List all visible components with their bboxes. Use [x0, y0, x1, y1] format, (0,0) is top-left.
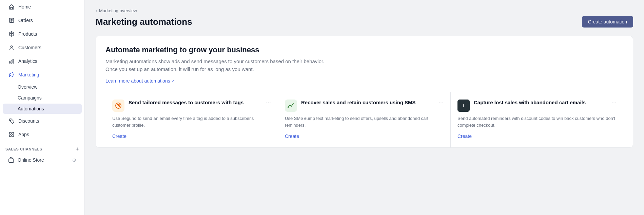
sidebar-item-analytics-label: Analytics: [18, 58, 37, 64]
svg-rect-5: [9, 75, 10, 77]
automation-icon-title-0: Send tailored messages to customers with…: [112, 99, 266, 112]
automation-create-0[interactable]: Create: [112, 133, 126, 139]
create-automation-button[interactable]: Create automation: [582, 16, 633, 28]
smsbump-icon: [285, 100, 297, 112]
svg-rect-11: [9, 159, 14, 162]
automation-card-top-2: i Capture lost sales with abandoned cart…: [457, 99, 617, 112]
breadcrumb-parent-link[interactable]: Marketing overview: [99, 8, 137, 13]
online-store-settings-icon[interactable]: ⊙: [72, 157, 76, 163]
sidebar-sub-overview[interactable]: Overview: [3, 82, 82, 92]
svg-point-13: [118, 105, 119, 106]
sidebar-item-customers-label: Customers: [18, 45, 41, 50]
automation-menu-1[interactable]: ···: [438, 100, 444, 106]
sidebar-item-online-store[interactable]: Online Store ⊙: [3, 154, 82, 166]
automation-icon-title-2: i Capture lost sales with abandoned cart…: [457, 99, 611, 112]
sidebar-item-discounts-label: Discounts: [18, 118, 39, 124]
sidebar-item-marketing[interactable]: Marketing: [3, 68, 82, 81]
automation-desc-2: Send automated reminders with discount c…: [457, 115, 617, 128]
svg-rect-7: [9, 132, 11, 134]
sidebar-sub-automations-label: Automations: [18, 106, 44, 111]
online-store-left: Online Store: [8, 157, 44, 163]
svg-point-6: [10, 120, 11, 121]
automation-grid: Send tailored messages to customers with…: [105, 92, 623, 147]
home-icon: [8, 3, 15, 10]
sidebar-item-analytics[interactable]: Analytics: [3, 55, 82, 68]
svg-text:i: i: [463, 104, 464, 108]
sidebar-sub-automations[interactable]: Automations: [3, 104, 82, 114]
sidebar-item-products[interactable]: Products: [3, 28, 82, 40]
breadcrumb-chevron: ‹: [96, 8, 97, 13]
breadcrumb: ‹ Marketing overview: [96, 8, 633, 13]
sidebar-sub-campaigns-label: Campaigns: [18, 95, 42, 101]
sales-channels-label: SALES CHANNELS: [5, 147, 42, 151]
analytics-icon: [8, 58, 15, 65]
abandoned-cart-icon: i: [457, 100, 470, 112]
sidebar-sub-overview-label: Overview: [18, 84, 37, 90]
apps-icon: [8, 131, 15, 138]
orders-icon: [8, 17, 15, 24]
marketing-icon: [8, 71, 15, 78]
main-card: Automate marketing to grow your business…: [96, 36, 633, 148]
automation-menu-0[interactable]: ···: [266, 100, 271, 106]
svg-point-1: [11, 46, 12, 48]
main-content: ‹ Marketing overview Marketing automatio…: [85, 0, 644, 215]
automation-title-0: Send tailored messages to customers with…: [129, 99, 246, 106]
page-header: Marketing automations Create automation: [96, 16, 633, 28]
automation-create-2[interactable]: Create: [457, 133, 472, 139]
hero-description: Marketing automations show ads and send …: [105, 58, 623, 73]
page-title: Marketing automations: [96, 17, 192, 27]
svg-rect-9: [9, 135, 11, 137]
learn-more-label: Learn more about automations: [105, 78, 170, 84]
online-store-label: Online Store: [18, 157, 44, 163]
external-link-icon: ➚: [172, 78, 175, 83]
sales-channels-section: SALES CHANNELS +: [0, 143, 84, 154]
svg-rect-8: [12, 132, 14, 134]
automation-desc-0: Use Seguno to send an email every time a…: [112, 115, 271, 128]
hero-title: Automate marketing to grow your business: [105, 46, 623, 54]
sidebar-item-marketing-label: Marketing: [18, 72, 39, 77]
svg-rect-4: [13, 59, 14, 64]
automation-icon-title-1: Recover sales and retain customers using…: [285, 99, 438, 112]
products-icon: [8, 31, 15, 37]
sidebar: Home Orders Products Customers: [0, 0, 85, 215]
sidebar-sub-campaigns[interactable]: Campaigns: [3, 93, 82, 103]
sidebar-item-products-label: Products: [18, 31, 37, 37]
sidebar-item-home-label: Home: [18, 4, 31, 10]
sidebar-item-apps-label: Apps: [18, 132, 29, 137]
svg-rect-10: [12, 135, 14, 137]
automation-create-1[interactable]: Create: [285, 133, 299, 139]
sidebar-item-apps[interactable]: Apps: [3, 128, 82, 141]
automation-card-seguno: Send tailored messages to customers with…: [105, 92, 278, 147]
svg-rect-3: [11, 60, 12, 63]
automation-card-top-0: Send tailored messages to customers with…: [112, 99, 271, 112]
sidebar-item-orders[interactable]: Orders: [3, 14, 82, 27]
sidebar-item-customers[interactable]: Customers: [3, 41, 82, 54]
customers-icon: [8, 44, 15, 51]
automation-card-top-1: Recover sales and retain customers using…: [285, 99, 444, 112]
sidebar-item-home[interactable]: Home: [3, 0, 82, 13]
automation-desc-1: Use SMSBump text marketing to send offer…: [285, 115, 444, 128]
sidebar-item-discounts[interactable]: Discounts: [3, 114, 82, 127]
automation-title-1: Recover sales and retain customers using…: [301, 99, 418, 106]
seguno-icon: [112, 100, 124, 112]
sidebar-item-orders-label: Orders: [18, 18, 33, 23]
add-sales-channel-icon[interactable]: +: [76, 146, 79, 152]
online-store-icon: [8, 157, 14, 163]
automation-menu-2[interactable]: ···: [611, 100, 617, 106]
automation-title-2: Capture lost sales with abandoned cart e…: [474, 99, 588, 106]
svg-rect-2: [9, 61, 11, 63]
discounts-icon: [8, 118, 15, 124]
automation-card-smsbump: Recover sales and retain customers using…: [278, 92, 451, 147]
automation-card-abandoned-cart: i Capture lost sales with abandoned cart…: [451, 92, 623, 147]
learn-more-link[interactable]: Learn more about automations ➚: [105, 78, 175, 84]
